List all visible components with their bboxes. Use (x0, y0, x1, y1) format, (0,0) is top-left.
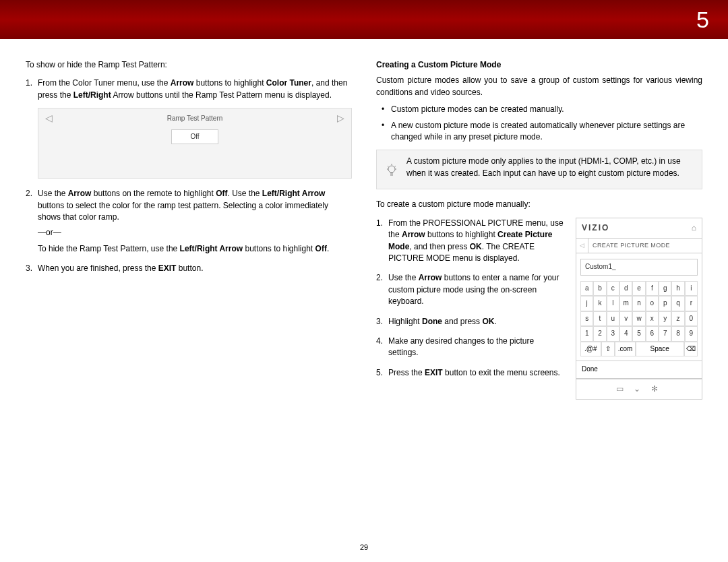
or-separator: —or— (38, 227, 352, 239)
right-step-1: From the PROFESSIONAL PICTURE menu, use … (388, 218, 566, 265)
right-step-3: Highlight Done and press OK. (388, 316, 566, 327)
key-z[interactable]: z (671, 311, 684, 327)
key-5[interactable]: 5 (632, 326, 645, 342)
key-l[interactable]: l (607, 296, 619, 311)
key-p[interactable]: p (659, 296, 671, 311)
key-9[interactable]: 9 (685, 326, 698, 342)
vizio-logo: VIZIO (582, 222, 609, 234)
key-t[interactable]: t (593, 311, 606, 327)
page-content: To show or hide the Ramp Test Pattern: F… (0, 39, 728, 400)
tv-menu-panel: VIZIO ⌂ ◁ CREATE PICTURE MODE Custom1_ a… (576, 218, 702, 400)
key-u[interactable]: u (607, 311, 619, 327)
key-6[interactable]: 6 (646, 326, 659, 342)
key-7[interactable]: 7 (659, 326, 671, 342)
key-c[interactable]: c (607, 281, 619, 296)
left-step-1: From the Color Tuner menu, use the Arrow… (38, 77, 352, 179)
key-e[interactable]: e (632, 281, 645, 296)
key-3[interactable]: 3 (607, 326, 619, 342)
key-k[interactable]: k (593, 296, 606, 311)
tv-footer-icons: ▭ ⌄ ✻ (576, 379, 702, 399)
page-number: 29 (360, 543, 368, 551)
name-input[interactable]: Custom1_ (580, 259, 698, 276)
bullet-1: Custom picture modes can be created manu… (391, 104, 702, 115)
key-i[interactable]: i (685, 281, 698, 296)
chapter-header: 5 (0, 0, 728, 39)
right-column: Creating a Custom Picture Mode Custom pi… (376, 59, 702, 400)
key-q[interactable]: q (671, 296, 684, 311)
right-step-4: Make any desired changes to the picture … (388, 336, 566, 359)
right-arrow-icon: ▷ (337, 111, 344, 125)
right-step-5: Press the EXIT button to exit the menu s… (388, 367, 566, 379)
key-b[interactable]: b (593, 281, 606, 296)
off-indicator: Off (171, 129, 218, 145)
key-4[interactable]: 4 (619, 326, 632, 342)
menu-title: CREATE PICTURE MODE (588, 239, 674, 253)
key-a[interactable]: a (580, 281, 593, 296)
svg-point-0 (388, 166, 395, 173)
key-h[interactable]: h (671, 281, 684, 296)
keyboard-row-5: .@# ⇧ .com Space ⌫ (580, 342, 698, 357)
key-y[interactable]: y (659, 311, 671, 327)
lightbulb-icon (384, 156, 400, 183)
key-space[interactable]: Space (636, 342, 684, 357)
left-intro: To show or hide the Ramp Test Pattern: (26, 59, 352, 71)
hide-instruction: To hide the Ramp Test Pattern, use the L… (38, 243, 352, 255)
key-w[interactable]: w (632, 311, 645, 327)
back-arrow-icon[interactable]: ◁ (576, 239, 588, 253)
key-backspace[interactable]: ⌫ (684, 342, 698, 357)
key-1[interactable]: 1 (580, 326, 593, 342)
key-s[interactable]: s (580, 311, 593, 327)
left-step-2: Use the Arrow buttons on the remote to h… (38, 188, 352, 255)
key-j[interactable]: j (580, 296, 593, 311)
keyboard-row-2: j k l m n o p q r (580, 296, 698, 311)
chapter-number: 5 (696, 7, 709, 33)
key-0[interactable]: 0 (685, 311, 698, 327)
key-o[interactable]: o (646, 296, 659, 311)
hint-callout: A custom picture mode only applies to th… (376, 150, 702, 189)
key-dotcom[interactable]: .com (615, 342, 636, 357)
bullet-2: A new custom picture mode is created aut… (391, 120, 702, 144)
section-intro: Custom picture modes allow you to save a… (376, 75, 702, 98)
done-button[interactable]: Done (576, 361, 702, 379)
key-v[interactable]: v (619, 311, 632, 327)
key-m[interactable]: m (619, 296, 632, 311)
key-x[interactable]: x (646, 311, 659, 327)
left-arrow-icon: ◁ (45, 111, 53, 125)
home-icon[interactable]: ⌂ (692, 222, 696, 234)
section-heading: Creating a Custom Picture Mode (376, 59, 702, 71)
key-8[interactable]: 8 (671, 326, 684, 342)
keyboard-row-3: s t u v w x y z 0 (580, 311, 698, 327)
key-shift[interactable]: ⇧ (601, 342, 615, 357)
key-d[interactable]: d (619, 281, 632, 296)
keyboard-row-1: a b c d e f g h i (580, 281, 698, 296)
key-n[interactable]: n (632, 296, 645, 311)
key-f[interactable]: f (646, 281, 659, 296)
right-step-2: Use the Arrow buttons to enter a name fo… (388, 272, 566, 307)
key-2[interactable]: 2 (593, 326, 606, 342)
left-column: To show or hide the Ramp Test Pattern: F… (26, 59, 352, 400)
hint-text: A custom picture mode only applies to th… (406, 156, 695, 179)
key-symbols[interactable]: .@# (580, 342, 601, 357)
key-r[interactable]: r (685, 296, 698, 311)
key-g[interactable]: g (659, 281, 671, 296)
create-intro: To create a custom picture mode manually… (376, 199, 702, 210)
keyboard-row-4: 1 2 3 4 5 6 7 8 9 (580, 326, 698, 342)
ramp-test-panel: ◁ Ramp Test Pattern ▷ Off (38, 108, 352, 179)
ramp-title-text: Ramp Test Pattern (167, 115, 223, 122)
left-step-3: When you are finished, press the EXIT bu… (38, 263, 352, 274)
